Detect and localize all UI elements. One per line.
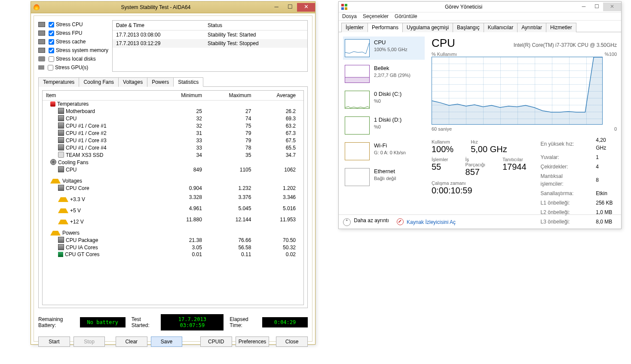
stat-row[interactable]: CPU Package 21.38 76.66 70.50 (43, 236, 303, 244)
col-max[interactable]: Maximum (210, 91, 259, 101)
minimize-button[interactable]: ─ (270, 3, 283, 12)
stat-row[interactable]: Cooling Fans (43, 159, 303, 166)
stress-option[interactable]: Stress FPU (38, 29, 109, 37)
chip-icon (58, 122, 64, 128)
tm-footer: ˄ Daha az ayrıntı Kaynak İzleyicisini Aç (339, 214, 621, 229)
sidebar-card[interactable]: 0 Diski (C:) %0 (343, 88, 425, 111)
mini-chart (345, 65, 370, 83)
stat-row[interactable]: CPU #1 / Core #4 33 78 65.5 (43, 144, 303, 151)
stat-row[interactable]: CPU #1 / Core #1 32 75 63.2 (43, 122, 303, 129)
log-header-datetime[interactable]: Date & Time (113, 21, 204, 31)
maximize-button[interactable]: ☐ (283, 3, 297, 12)
tab-ayr-nt-lar[interactable]: Ayrıntılar (517, 23, 546, 32)
tab-uygulama-ge-mi-i[interactable]: Uygulama geçmişi (402, 23, 453, 32)
menu-dosya[interactable]: Dosya (342, 13, 357, 19)
stress-option[interactable]: Stress GPU(s) (38, 63, 109, 72)
stress-option[interactable]: Stress system memory (38, 46, 109, 55)
option-icon (38, 56, 45, 61)
mini-chart (345, 39, 370, 57)
cpu-heading: CPU (432, 37, 455, 50)
tab-voltages[interactable]: Voltages (118, 77, 147, 87)
mini-chart (345, 116, 370, 135)
close-button[interactable]: ✕ (297, 3, 315, 12)
stat-row[interactable]: CPU 849 1105 1062 (43, 166, 303, 173)
started-label: Test Started: (132, 316, 155, 328)
battery-label: Remaining Battery: (38, 316, 74, 328)
sidebar-card[interactable]: Wi-Fi G: 0 A: 0 Kb/sn (343, 140, 425, 163)
stress-checkbox[interactable] (49, 22, 54, 28)
stat-row[interactable]: +3.3 V 3.328 3.376 3.346 (43, 192, 303, 203)
event-log[interactable]: Date & Time Status 17.7.2013 03:08:00Sta… (112, 20, 308, 72)
stat-row[interactable]: Temperatures (43, 101, 303, 108)
col-avg[interactable]: Average (259, 91, 303, 101)
minimize-button[interactable]: ─ (577, 3, 590, 11)
tab-cooling-fans[interactable]: Cooling Fans (79, 77, 119, 87)
sidebar-card[interactable]: 1 Diski (D:) %0 (343, 114, 425, 137)
cpuid-button[interactable]: CPUID (200, 336, 232, 347)
tab-temperatures[interactable]: Temperatures (38, 77, 79, 87)
aida64-window: System Stability Test - AIDA64 ─ ☐ ✕ Str… (31, 1, 316, 345)
col-min[interactable]: Minimum (162, 91, 210, 101)
stat-row[interactable]: CPU Core 0.904 1.232 1.202 (43, 184, 303, 192)
tab-kullan-c-lar[interactable]: Kullanıcılar (484, 23, 518, 32)
aida64-titlebar[interactable]: System Stability Test - AIDA64 ─ ☐ ✕ (31, 2, 315, 13)
stat-row[interactable]: Motherboard 25 27 26.2 (43, 107, 303, 115)
maximize-button[interactable]: ☐ (590, 3, 603, 11)
tab-hizmetler[interactable]: Hizmetler (546, 23, 576, 32)
stat-row[interactable]: CPU #1 / Core #2 31 79 67.3 (43, 129, 303, 137)
stress-option[interactable]: Stress cache (38, 37, 109, 46)
tab-statistics[interactable]: Statistics (173, 77, 203, 87)
sidebar-card[interactable]: Ethernet Bağlı değil (343, 165, 425, 189)
chip-icon (58, 144, 64, 150)
stress-checkbox[interactable] (49, 56, 54, 62)
stress-label: Stress GPU(s) (55, 64, 88, 70)
stat-row[interactable]: TEAM XS3 SSD 34 35 34.7 (43, 151, 303, 159)
clear-button[interactable]: Clear (116, 336, 147, 347)
menu-görüntüle[interactable]: Görüntüle (395, 13, 417, 19)
chip-icon (58, 237, 64, 243)
tab-i-lemler[interactable]: İşlemler (341, 23, 368, 32)
stress-option[interactable]: Stress CPU (38, 20, 109, 29)
stress-checkbox[interactable] (49, 48, 54, 53)
option-icon (38, 48, 45, 53)
close-dialog-button[interactable]: Close (276, 336, 308, 347)
start-button[interactable]: Start (38, 336, 70, 347)
log-header-status[interactable]: Status (204, 21, 307, 31)
log-row[interactable]: 17.7.2013 03:08:00Stability Test: Starte… (113, 31, 307, 40)
statistics-table[interactable]: Item Minimum Maximum Average Temperature… (42, 90, 304, 305)
stat-row[interactable]: Powers (43, 225, 303, 236)
stat-row[interactable]: +5 V 4.961 5.045 5.016 (43, 203, 303, 214)
detail-row: Yuvalar:1 (540, 153, 616, 162)
card-title: CPU (374, 39, 407, 46)
close-button[interactable]: ✕ (603, 3, 621, 11)
stat-row[interactable]: CPU IA Cores 3.05 56.58 50.32 (43, 244, 303, 251)
aida64-title: System Stability Test - AIDA64 (42, 4, 270, 10)
tab-ba-lang-[interactable]: Başlangıç (453, 23, 484, 32)
tab-powers[interactable]: Powers (147, 77, 174, 87)
stat-row[interactable]: +12 V 11.880 12.144 11.953 (43, 214, 303, 225)
stop-button[interactable]: Stop (74, 336, 105, 347)
stress-label: Stress local disks (56, 56, 96, 62)
sidebar-card[interactable]: CPU 100% 5,00 GHz (343, 37, 425, 60)
mini-chart (345, 91, 370, 109)
stat-row[interactable]: CPU 32 74 69.3 (43, 115, 303, 122)
log-row[interactable]: 17.7.2013 03:12:29Stability Test: Stoppe… (113, 39, 307, 48)
stat-row[interactable]: CPU GT Cores 0.01 0.11 0.02 (43, 251, 303, 258)
stat-row[interactable]: Voltages (43, 173, 303, 184)
stat-row[interactable]: CPU #1 / Core #3 33 79 67.5 (43, 137, 303, 144)
tm-main: CPU Intel(R) Core(TM) i7-3770K CPU @ 3.5… (432, 37, 617, 227)
sidebar-card[interactable]: Bellek 2,2/7,7 GB (29%) (343, 62, 425, 86)
stress-checkbox[interactable] (48, 65, 53, 70)
stress-checkbox[interactable] (49, 31, 54, 36)
fewer-details-toggle[interactable]: ˄ Daha az ayrıntı (343, 217, 389, 226)
menu-seçenekler[interactable]: Seçenekler (363, 13, 389, 19)
open-resource-monitor[interactable]: Kaynak İzleyicisini Aç (397, 218, 456, 225)
preferences-button[interactable]: Preferences (236, 336, 270, 347)
stress-checkbox[interactable] (49, 39, 54, 45)
save-button[interactable]: Save (151, 336, 183, 347)
stress-option[interactable]: Stress local disks (38, 55, 109, 63)
col-item[interactable]: Item (43, 91, 162, 101)
tab-performans[interactable]: Performans (368, 23, 403, 32)
tm-titlebar[interactable]: Görev Yöneticisi ─ ☐ ✕ (339, 2, 621, 12)
therm-icon (50, 101, 55, 107)
